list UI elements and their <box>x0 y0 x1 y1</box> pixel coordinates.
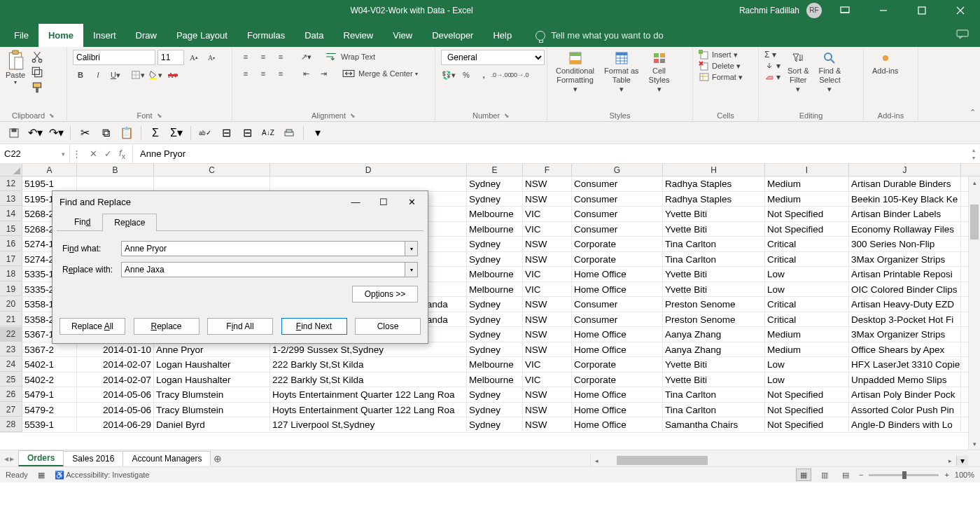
row-header[interactable]: 17 <box>0 252 22 267</box>
cell[interactable]: Not Specified <box>765 222 849 237</box>
cell[interactable]: Tina Carlton <box>663 252 765 267</box>
cell[interactable]: 127 Liverpool St,Sydney <box>270 417 467 432</box>
tab-data[interactable]: Data <box>295 24 333 47</box>
user-avatar[interactable]: RF <box>806 3 822 18</box>
decrease-decimal-icon[interactable]: .00→.0 <box>511 68 526 82</box>
format-as-table-button[interactable]: Format as Table▾ <box>601 50 642 96</box>
cut-icon[interactable] <box>29 50 45 64</box>
insert-cells-button[interactable]: Insert ▾ <box>699 50 738 60</box>
cell[interactable]: Melbourne <box>467 207 523 221</box>
row-header[interactable]: 22 <box>0 327 22 342</box>
cell[interactable]: Melbourne <box>467 282 523 297</box>
redo-icon[interactable]: ↷▾ <box>48 125 64 141</box>
bold-icon[interactable]: B <box>73 68 88 82</box>
column-header-F[interactable]: F <box>523 164 572 176</box>
horizontal-scrollbar[interactable]: ◂▸ ▾ <box>590 454 968 466</box>
cell[interactable]: Not Specified <box>765 417 849 432</box>
cell[interactable]: Low <box>765 282 849 297</box>
quick-print-icon[interactable] <box>281 125 298 141</box>
page-layout-view-icon[interactable]: ▥ <box>817 468 832 481</box>
fill-color-icon[interactable]: ▾ <box>148 68 163 82</box>
align-right-icon[interactable]: ≡ <box>273 67 288 81</box>
cell[interactable] <box>154 176 270 191</box>
tab-developer[interactable]: Developer <box>422 24 483 47</box>
cell[interactable]: 2014-06-29 <box>77 417 154 432</box>
cell[interactable]: Office Shears by Apex <box>849 342 961 357</box>
cell[interactable]: NSW <box>523 176 572 191</box>
cell[interactable]: VIC <box>523 357 572 372</box>
options-button[interactable]: Options >> <box>352 286 418 303</box>
cell[interactable]: Low <box>765 267 849 282</box>
cell[interactable]: Aanya Zhang <box>663 327 765 342</box>
clear-button[interactable]: ▾ <box>764 72 780 82</box>
cell[interactable]: 300 Series Non-Flip <box>849 237 961 251</box>
format-painter-icon[interactable] <box>29 81 45 95</box>
cell[interactable]: Consumer <box>572 192 663 207</box>
cancel-formula-icon[interactable]: ✕ <box>90 148 97 159</box>
column-header-H[interactable]: H <box>663 164 765 176</box>
find-select-button[interactable]: Find & Select▾ <box>816 50 844 96</box>
row-header[interactable]: 16 <box>0 237 22 251</box>
cell[interactable]: Sydney <box>467 417 523 432</box>
cell[interactable]: Desktop 3-Pocket Hot Fi <box>849 312 961 327</box>
cell[interactable]: VIC <box>523 207 572 221</box>
cell[interactable]: Yvette Biti <box>663 222 765 237</box>
cell[interactable]: Home Office <box>572 327 663 342</box>
row-header[interactable]: 20 <box>0 297 22 312</box>
cell[interactable]: 5367-2 <box>22 342 77 357</box>
cell[interactable]: Consumer <box>572 176 663 191</box>
column-header-D[interactable]: D <box>270 164 467 176</box>
cell[interactable]: Consumer <box>572 222 663 237</box>
cell[interactable]: Critical <box>765 312 849 327</box>
cell[interactable]: 1-2/299 Sussex St,Sydney <box>270 342 467 357</box>
cell[interactable]: 2014-05-06 <box>77 403 154 417</box>
cell[interactable]: NSW <box>523 252 572 267</box>
paste-button[interactable]: Paste ▾ <box>6 50 25 85</box>
namebox-split[interactable]: ⋮ <box>70 148 83 159</box>
cell[interactable]: 5402-1 <box>22 357 77 372</box>
cell[interactable]: 5402-2 <box>22 373 77 387</box>
qat-more-icon[interactable]: ▾ <box>309 125 326 141</box>
close-button[interactable]: Close <box>355 318 421 335</box>
dialog-tab-replace[interactable]: Replace <box>102 214 157 231</box>
cell[interactable]: Home Office <box>572 282 663 297</box>
cell[interactable]: Logan Haushalter <box>154 373 270 387</box>
cell[interactable]: Not Specified <box>765 387 849 402</box>
cell[interactable]: Samantha Chairs <box>663 417 765 432</box>
tab-pagelayout[interactable]: Page Layout <box>167 24 237 47</box>
tab-insert[interactable]: Insert <box>83 24 126 47</box>
sheet-tab-account-managers[interactable]: Account Managers <box>122 451 211 466</box>
cell[interactable]: Low <box>765 357 849 372</box>
normal-view-icon[interactable]: ▦ <box>796 468 811 481</box>
cell[interactable]: Sydney <box>467 387 523 402</box>
delete-sheet-row-icon[interactable]: ⊟ <box>218 125 234 141</box>
save-icon[interactable] <box>6 125 22 141</box>
cell[interactable]: Corporate <box>572 357 663 372</box>
cell[interactable]: Yvette Biti <box>663 357 765 372</box>
cell[interactable]: 2014-01-10 <box>77 342 154 357</box>
cell[interactable]: NSW <box>523 297 572 312</box>
cell[interactable]: 222 Barkly St,St Kilda <box>270 373 467 387</box>
cell[interactable]: Hoyts Entertainment Quarter 122 Lang Roa <box>270 403 467 417</box>
cell[interactable]: NSW <box>523 312 572 327</box>
cell[interactable]: Preston Senome <box>663 297 765 312</box>
cell[interactable]: Sydney <box>467 342 523 357</box>
format-cells-button[interactable]: Format ▾ <box>699 72 743 82</box>
formula-input[interactable]: Anne Pryor <box>133 144 967 163</box>
row-header[interactable]: 19 <box>0 282 22 297</box>
wrap-text-label[interactable]: Wrap Text <box>341 53 375 61</box>
cell[interactable]: Unpadded Memo Slips <box>849 373 961 387</box>
cell[interactable]: Home Office <box>572 403 663 417</box>
select-all-triangle[interactable] <box>0 164 22 176</box>
row-header[interactable]: 13 <box>0 192 22 207</box>
cell[interactable]: Hoyts Entertainment Quarter 122 Lang Roa <box>270 387 467 402</box>
increase-indent-icon[interactable]: ⇥ <box>316 67 331 81</box>
cell[interactable]: Sydney <box>467 176 523 191</box>
autosum-button[interactable]: Σ ▾ <box>764 50 780 60</box>
cell[interactable]: Medium <box>765 176 849 191</box>
cell[interactable]: Home Office <box>572 267 663 282</box>
cell[interactable]: VIC <box>523 267 572 282</box>
tab-nav-prev-icon[interactable]: ◂ <box>4 454 8 464</box>
cell[interactable]: Consumer <box>572 312 663 327</box>
borders-icon[interactable]: ▾ <box>130 68 146 82</box>
